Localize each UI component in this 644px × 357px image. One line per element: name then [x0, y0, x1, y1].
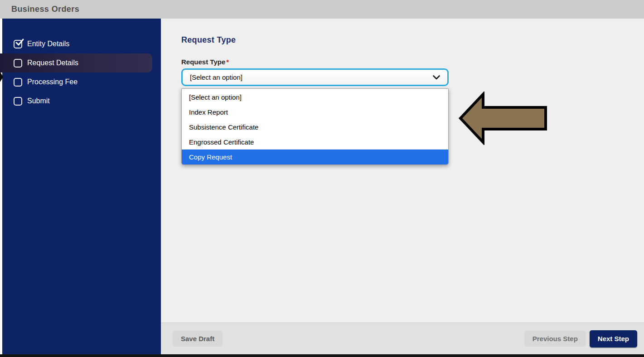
previous-step-button[interactable]: Previous Step	[524, 331, 586, 347]
check-mark-icon	[15, 38, 24, 47]
next-step-button[interactable]: Next Step	[590, 330, 637, 347]
dropdown-option-copy-request[interactable]: Copy Request	[182, 150, 448, 164]
dropdown-option-engrossed-certificate[interactable]: Engrossed Certificate	[182, 135, 448, 150]
select-current-value: [Select an option]	[190, 73, 433, 81]
sidebar-item-processing-fee[interactable]: Processing Fee	[2, 72, 161, 92]
cursor-artifact	[0, 72, 3, 82]
checked-checkbox-icon	[14, 40, 22, 48]
dropdown-option-select-an-option[interactable]: [Select an option]	[182, 90, 448, 105]
unchecked-checkbox-icon	[14, 78, 22, 87]
dropdown-option-subsistence-certificate[interactable]: Subsistence Certificate	[182, 120, 448, 135]
sidebar-item-request-details[interactable]: Request Details	[0, 53, 152, 72]
page-title: Business Orders	[11, 5, 79, 14]
bottom-border-bar	[0, 354, 644, 357]
steps-sidebar: Entity Details Request Details Processin…	[2, 19, 161, 355]
sidebar-item-label: Submit	[27, 97, 50, 105]
wizard-footer: Save Draft Previous Step Next Step	[161, 323, 644, 354]
save-draft-button[interactable]: Save Draft	[173, 331, 223, 347]
request-type-label: Request Type*	[181, 58, 229, 66]
sidebar-item-label: Request Details	[27, 59, 78, 67]
section-title: Request Type	[181, 35, 236, 45]
request-type-dropdown: [Select an option] Index Report Subsiste…	[181, 88, 449, 165]
sidebar-item-label: Processing Fee	[27, 78, 77, 86]
main-content: Request Type Request Type* [Select an op…	[161, 19, 644, 323]
step-list: Entity Details Request Details Processin…	[2, 34, 161, 111]
request-type-select[interactable]: [Select an option]	[181, 68, 449, 86]
unchecked-checkbox-icon	[14, 97, 22, 106]
chevron-down-icon	[433, 75, 440, 80]
sidebar-item-label: Entity Details	[27, 40, 69, 48]
required-asterisk: *	[226, 58, 229, 66]
sidebar-item-submit[interactable]: Submit	[2, 92, 161, 111]
page-header: Business Orders	[0, 0, 644, 19]
sidebar-item-entity-details[interactable]: Entity Details	[2, 34, 161, 53]
footer-nav-buttons: Previous Step Next Step	[524, 330, 637, 347]
unchecked-checkbox-icon	[14, 59, 22, 68]
dropdown-option-index-report[interactable]: Index Report	[182, 105, 448, 120]
